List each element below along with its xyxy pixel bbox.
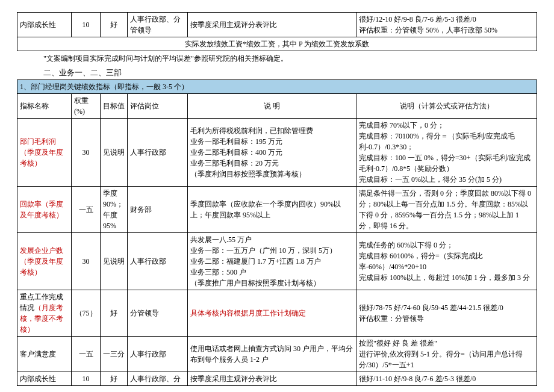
cell-eval: 财务部 [128, 187, 188, 233]
cell-name: 内部成长性 [17, 372, 72, 386]
col-weight: 权重(%) [72, 94, 101, 119]
cell-evaluator: 人事行政部、分管领导 [128, 13, 188, 37]
cell-desc: 按季度采用主观评分表评比 [188, 372, 356, 386]
cell-name: 回款率（季度及年度考核） [17, 187, 72, 233]
cell-target: 见说明 [101, 119, 128, 187]
cell-desc: 具体考核内容根据月度工作计划确定 [188, 290, 356, 337]
cell-formula: 满足条件得一五分，否则 0 分；季度回款 80%以下得 0 分；80%以上每一百… [356, 187, 537, 233]
table-row: 重点工作完成情况（月度考核，季度不考核） （75） 好 分管领导 具体考核内容根… [17, 290, 537, 337]
blue-header-row: 1、部门经理岗关键绩效指标（即指标，一般 3-5 个） [17, 80, 537, 94]
cell-target: 季度90%；年度 95% [101, 187, 128, 233]
cell-target: 一三分 [101, 337, 128, 372]
cell-desc: 按季度采用主观评分表评比 [188, 13, 356, 37]
cell-weight: 10 [72, 372, 101, 386]
cell-name: 客户满意度 [17, 337, 72, 372]
cell-formula: 很好/78-75 好/74-60 良/59-45 差/44-21.5 很差/0 … [356, 290, 537, 337]
cell-weight: 一五 [72, 187, 101, 233]
table-row: 内部成长性 10 好 人事行政部、分管领导 按季度采用主观评分表评比 很好/12… [17, 13, 537, 37]
cell-name: 发展企业户数（季度及年度考核） [17, 233, 72, 290]
cell-merged-note: 实际发放绩效工资*绩效工资，其中 P 为绩效工资发放系数 [17, 37, 537, 51]
cell-desc: 毛利为所得税税前利润，已扣除管理费 业务一部毛利目标：195 万元 业务二部毛利… [188, 119, 356, 187]
cell-target: 好 [101, 290, 128, 337]
col-formula: 说明（计算公式或评估方法） [356, 94, 537, 119]
col-name: 指标名称 [17, 94, 72, 119]
cell-desc: 使用电话或者网上抽查方式访问 30 户用户，平均分布到每个服务人员 1-2 户 [188, 337, 356, 372]
table-row: 内部成长性 10 好 人事行政部、分 按季度采用主观评分表评比 很好/11-10… [17, 372, 537, 386]
cell-eval: 人事行政部 [128, 119, 188, 187]
cell-name: 重点工作完成情况（月度考核，季度不考核） [17, 290, 72, 337]
cell-eval: 人事行政部、分 [128, 372, 188, 386]
blue-header-cell: 1、部门经理岗关键绩效指标（即指标，一般 3-5 个） [17, 80, 537, 94]
table-row: 发展企业户数（季度及年度考核） 30 见说明 人事行政部 共发展一八.55 万户… [17, 233, 537, 290]
cell-weight: 一五 [72, 337, 101, 372]
kpi-table: 1、部门经理岗关键绩效指标（即指标，一般 3-5 个） 指标名称 权重(%) 目… [17, 79, 537, 386]
cell-weight: （75） [72, 290, 101, 337]
blue-header-label: 1、部门经理岗关键绩效指标（即指标，一般 3-5 个） [20, 82, 188, 91]
cell-eval: 分管领导 [128, 290, 188, 337]
cell-target: 好 [101, 372, 128, 386]
cell-formula: 完成任务的 60%以下得 0 分； 完成目标 60100%，得分=（实际完成比率… [356, 233, 537, 290]
cell-target: 见说明 [101, 233, 128, 290]
cell-weight: 30 [72, 233, 101, 290]
table-row: 实际发放绩效工资*绩效工资，其中 P 为绩效工资发放系数 [17, 37, 537, 51]
top-table: 内部成长性 10 好 人事行政部、分管领导 按季度采用主观评分表评比 很好/12… [17, 12, 537, 51]
col-target: 目标值 [101, 94, 128, 119]
cell-weight: 30 [72, 119, 101, 187]
cell-formula: 很好/12-10 好/9-8 良/7-6 差/5-3 很差/0 评估权重：分管领… [356, 13, 537, 37]
table-row: 部门毛利润（季度及年度考核） 30 见说明 人事行政部 毛利为所得税税前利润，已… [17, 119, 537, 187]
cell-weight: 10 [72, 13, 101, 37]
cell-desc: 季度回款率（应收款在一个季度内回收）90%以上；年度回款率 95%以上 [188, 187, 356, 233]
col-eval: 评估岗位 [128, 94, 188, 119]
cell-name: 部门毛利润（季度及年度考核） [17, 119, 72, 187]
cell-formula: 很好/11-10 好/9-8 良/7-6 差/5-3 很差/0 [356, 372, 537, 386]
cell-desc: 共发展一八.55 万户 业务一部：一五万户（广州 10 万，深圳 5万） 业务二… [188, 233, 356, 290]
col-desc: 说 明 [188, 94, 356, 119]
cell-eval: 人事行政部 [128, 233, 188, 290]
table-row: 客户满意度 一五 一三分 人事行政部 使用电话或者网上抽查方式访问 30 户用户… [17, 337, 537, 372]
section-heading: 二、业务一、二、三部 [17, 66, 537, 79]
cell-formula: 完成目标 70%以下，0 分； 完成目标：70100%，得分＝（实际毛利/应完成… [356, 119, 537, 187]
cell-indicator: 内部成长性 [17, 13, 72, 37]
column-header-row: 指标名称 权重(%) 目标值 评估岗位 说 明 说明（计算公式或评估方法） [17, 94, 537, 119]
cell-formula: 按照"很好 好 良 差 很差" 进行评价,依次得到 5-1 分。得分=（访问用户… [356, 337, 537, 372]
table-row: 回款率（季度及年度考核） 一五 季度90%；年度 95% 财务部 季度回款率（应… [17, 187, 537, 233]
cell-target: 好 [101, 13, 128, 37]
cell-eval: 人事行政部 [128, 337, 188, 372]
note-text: "文案编制项目实际完成时间与计划的平均误差"参照研究院的相关指标确定。 [17, 51, 537, 66]
